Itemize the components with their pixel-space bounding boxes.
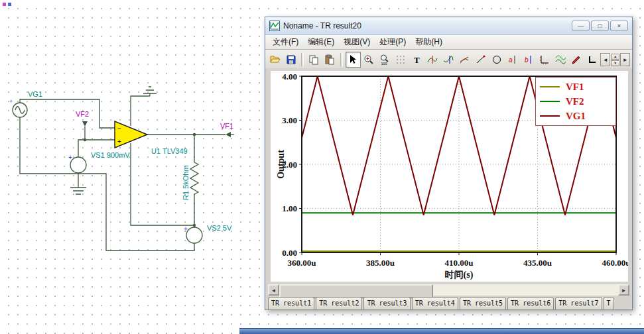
toolbar: 100 T a b ◄ ▲ ▼ ► (265, 50, 632, 70)
legend-entry: VF2 (540, 94, 612, 109)
tab-tr-result2[interactable]: TR result2 (316, 297, 362, 310)
grid-toggle-button[interactable] (393, 52, 409, 68)
vs2-source[interactable]: + (184, 225, 202, 243)
menu-view[interactable]: 视图(V) (339, 35, 375, 49)
junction-dot (193, 133, 196, 136)
result-tabs: TR result1 TR result2 TR result3 TR resu… (268, 297, 631, 310)
corner-tool-button[interactable] (584, 52, 600, 68)
tab-tr-result5[interactable]: TR result5 (460, 297, 506, 310)
tangent-button[interactable] (457, 52, 472, 68)
svg-text:4.00: 4.00 (282, 72, 297, 82)
junction-dot (193, 224, 196, 227)
svg-text:0.00: 0.00 (282, 248, 297, 258)
smooth-button[interactable] (441, 52, 456, 68)
chart-panel: 360.00u385.00u410.00u435.00u460.00u0.001… (271, 71, 628, 282)
page-spinner: ▲ ▼ (611, 54, 619, 66)
tangent-icon (459, 54, 470, 65)
copy-button[interactable] (306, 52, 322, 68)
svg-text:385.00u: 385.00u (366, 258, 395, 268)
vf2-label: VF2 (76, 110, 89, 118)
svg-text:+: + (68, 154, 72, 161)
maximize-button[interactable]: □ (591, 21, 609, 31)
u1-label: U1 TLV349 (151, 147, 188, 155)
legend-swatch-vg1 (540, 115, 560, 117)
legend-swatch-vf1 (540, 86, 560, 87)
chart-legend: VF1 VF2 VG1 (535, 77, 616, 126)
save-button[interactable] (283, 52, 298, 68)
copy-icon (308, 54, 319, 65)
ground-symbol[interactable] (70, 188, 86, 194)
page-next-button[interactable]: ► (620, 53, 630, 66)
toolbar-separator (340, 53, 343, 66)
axes-settings-button[interactable] (537, 52, 552, 68)
scroll-left-button[interactable]: ◄ (268, 284, 279, 296)
svg-text:100: 100 (381, 62, 387, 66)
spin-up-button[interactable]: ▲ (611, 54, 619, 60)
floppy-disk-icon (286, 54, 296, 65)
menu-process[interactable]: 处理(P) (375, 35, 411, 49)
ground-symbol[interactable] (143, 87, 157, 96)
vs1-label: VS1 900mV (91, 151, 130, 159)
zoom-100-button[interactable]: 100 (377, 52, 393, 68)
menu-file[interactable]: 文件(F) (268, 35, 303, 49)
legend-label-vg1: VG1 (566, 111, 586, 122)
menu-edit[interactable]: 编辑(E) (303, 35, 339, 49)
scrollbar-track[interactable] (279, 284, 618, 296)
minimize-button[interactable]: — (572, 21, 590, 31)
legend-entry: VF1 (540, 80, 612, 94)
close-button[interactable]: × (610, 21, 628, 31)
cursor-a-button[interactable]: a (505, 52, 520, 68)
window-icon (269, 21, 280, 31)
window-client-area: 360.00u385.00u410.00u435.00u460.00u0.001… (266, 68, 631, 309)
open-button[interactable] (267, 52, 283, 68)
grid-icon (395, 54, 406, 65)
open-folder-icon (270, 54, 281, 65)
menu-help[interactable]: 帮助(H) (411, 35, 447, 49)
cursor-arrow-icon (348, 54, 358, 65)
tab-tr-result7[interactable]: TR result7 (555, 297, 602, 310)
svg-text:410.00u: 410.00u (445, 258, 474, 268)
tab-tr-result3[interactable]: TR result3 (363, 297, 410, 310)
tab-tr-result1[interactable]: TR result1 (268, 297, 314, 310)
svg-text:1.00: 1.00 (282, 203, 297, 213)
magnifier-plus-icon (363, 54, 374, 65)
cursor-b-button[interactable]: b (521, 52, 536, 68)
svg-text:a: a (509, 56, 513, 64)
origin-marker (3, 3, 11, 6)
vg1-generator[interactable]: + (9, 98, 27, 117)
svg-text:435.00u: 435.00u (523, 258, 552, 268)
svg-text:T: T (414, 55, 420, 65)
page-prev-button[interactable]: ◄ (600, 53, 610, 66)
tab-tr-result4[interactable]: TR result4 (412, 297, 458, 310)
paste-button[interactable] (322, 52, 338, 68)
select-cursor-button[interactable] (346, 52, 361, 68)
vf1-probe[interactable] (225, 132, 234, 137)
spin-down-button[interactable]: ▼ (611, 60, 619, 66)
menubar: 文件(F) 编辑(E) 视图(V) 处理(P) 帮助(H) (265, 35, 632, 50)
toolbar-separator (301, 53, 304, 66)
annotation-pen-button[interactable] (568, 52, 584, 68)
svg-text:b: b (525, 56, 529, 64)
vf2-probe[interactable] (82, 121, 88, 127)
text-icon: T (411, 54, 422, 65)
legend-label-vf2: VF2 (566, 96, 584, 107)
svg-text:−: − (117, 125, 121, 132)
resistor-r1[interactable] (190, 162, 198, 194)
titlebar[interactable]: Noname - TR result20 — □ × (265, 17, 632, 35)
zoom-in-button[interactable] (361, 52, 377, 68)
vs1-source[interactable]: + (68, 154, 86, 173)
circle-tool-button[interactable] (489, 52, 504, 68)
svg-text:360.00u: 360.00u (288, 258, 316, 268)
slope-button[interactable] (473, 52, 488, 68)
insert-text-button[interactable]: T (409, 52, 424, 68)
curve-style-button[interactable] (552, 52, 568, 68)
tab-tr-result6[interactable]: TR result6 (507, 297, 554, 310)
axes-icon (539, 54, 550, 65)
svg-text:+: + (117, 138, 121, 145)
scroll-right-button[interactable]: ► (618, 284, 629, 296)
legend-label-vf1: VF1 (566, 82, 584, 93)
interpolate-button[interactable] (425, 52, 440, 68)
scrollbar-thumb[interactable] (279, 284, 433, 298)
corner-icon (587, 54, 598, 65)
tab-partial[interactable]: T (604, 297, 614, 310)
